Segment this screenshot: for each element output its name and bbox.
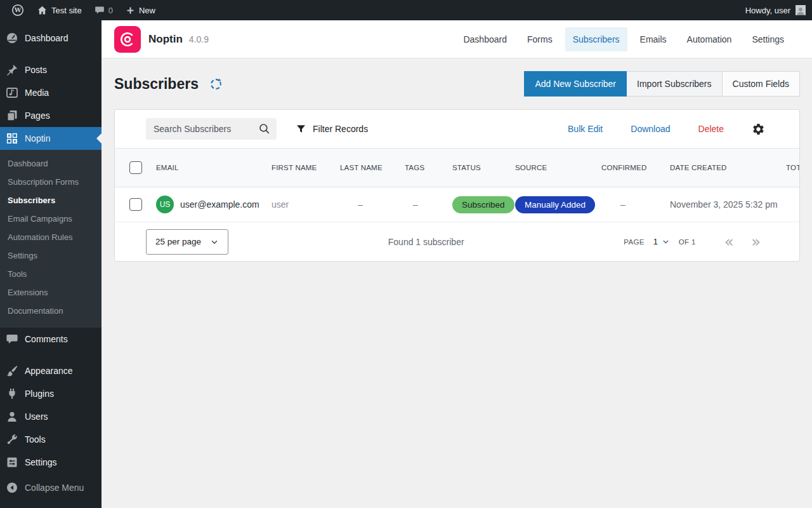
import-subscribers-button[interactable]: Import Subscribers	[627, 71, 722, 97]
wrench-icon	[6, 433, 18, 446]
home-icon	[37, 5, 48, 16]
row-checkbox[interactable]	[129, 198, 142, 211]
comments-bubble[interactable]: 0	[89, 0, 118, 20]
column-header-confirmed[interactable]: CONFIRMED	[601, 164, 670, 171]
sidebar-item-tools[interactable]: Tools	[0, 428, 102, 451]
site-link[interactable]: Test site	[32, 0, 87, 20]
sidebar-item-noptin[interactable]: Noptin	[0, 127, 102, 150]
submenu-item-dashboard[interactable]: Dashboard	[0, 154, 102, 173]
sidebar-item-media[interactable]: Media	[0, 81, 102, 104]
filter-records-button[interactable]: Filter Records	[296, 124, 368, 135]
sidebar-item-dashboard[interactable]: Dashboard	[0, 27, 102, 50]
table-row[interactable]: US user@example.com user – – Subscribed …	[115, 187, 799, 222]
site-name: Test site	[51, 6, 82, 15]
sidebar-item-posts[interactable]: Posts	[0, 58, 102, 81]
sidebar-item-label: Users	[25, 411, 48, 422]
tab-subscribers[interactable]: Subscribers	[565, 27, 627, 51]
subscriber-avatar: US	[156, 196, 174, 213]
collapse-menu-button[interactable]: Collapse Menu	[0, 476, 102, 499]
bulk-edit-link[interactable]: Bulk Edit	[568, 124, 603, 134]
column-header-last-name[interactable]: LAST NAME	[340, 164, 405, 171]
noptin-nav: Dashboard Forms Subscribers Emails Autom…	[455, 27, 792, 51]
user-avatar	[796, 5, 806, 15]
sidebar-item-label: Media	[25, 88, 49, 98]
table-footer: 25 per page Found 1 subscriber PAGE 1	[115, 222, 799, 261]
pages-icon	[6, 109, 18, 122]
noptin-header: Noptin 4.0.9 Dashboard Forms Subscribers…	[102, 20, 812, 58]
media-icon	[6, 86, 18, 99]
column-header-date-created[interactable]: DATE CREATED	[670, 164, 786, 171]
filter-label: Filter Records	[313, 124, 368, 134]
submenu-item-subscription-forms[interactable]: Subscription Forms	[0, 173, 102, 191]
user-icon	[6, 410, 18, 423]
chevron-down-icon	[662, 237, 670, 246]
column-header-tags[interactable]: TAGS	[405, 164, 452, 171]
submenu-item-documentation[interactable]: Documentation	[0, 302, 102, 320]
page-actions: Add New Subscriber Import Subscribers Cu…	[524, 71, 800, 97]
table-toolbar: Filter Records Bulk Edit Download Delete	[115, 110, 799, 148]
comments-count: 0	[108, 6, 113, 15]
next-page-button[interactable]: »	[745, 234, 766, 250]
wp-sidebar-menu: Dashboard Posts Media Pages	[0, 20, 102, 508]
tab-settings[interactable]: Settings	[744, 27, 792, 51]
sidebar-item-plugins[interactable]: Plugins	[0, 382, 102, 405]
subscriber-email[interactable]: user@example.com	[180, 199, 259, 210]
delete-link[interactable]: Delete	[698, 124, 724, 134]
select-all-checkbox[interactable]	[129, 161, 142, 174]
submenu-item-automation-rules[interactable]: Automation Rules	[0, 228, 102, 246]
active-menu-arrow	[96, 133, 102, 144]
tab-automation[interactable]: Automation	[679, 27, 740, 51]
custom-fields-button[interactable]: Custom Fields	[723, 71, 800, 97]
plus-icon	[126, 6, 135, 15]
per-page-select[interactable]: 25 per page	[146, 229, 228, 255]
tab-emails[interactable]: Emails	[632, 27, 674, 51]
search-icon[interactable]	[258, 123, 271, 135]
sidebar-item-settings[interactable]: Settings	[0, 451, 102, 474]
add-new-subscriber-button[interactable]: Add New Subscriber	[524, 71, 627, 97]
page-number-select[interactable]: 1	[651, 237, 672, 246]
tab-forms[interactable]: Forms	[520, 27, 560, 51]
page-title: Subscribers	[114, 76, 199, 93]
chevron-down-icon	[210, 237, 219, 246]
wordpress-logo-icon[interactable]: W	[6, 0, 29, 20]
noptin-logo	[114, 26, 141, 53]
submenu-item-subscribers[interactable]: Subscribers	[0, 191, 102, 210]
filter-funnel-icon	[296, 124, 306, 135]
subscribers-table-card: Filter Records Bulk Edit Download Delete	[114, 109, 800, 262]
submenu-item-extensions[interactable]: Extensions	[0, 283, 102, 302]
column-header-status[interactable]: STATUS	[452, 164, 515, 171]
sidebar-item-label: Tools	[25, 434, 46, 444]
tab-dashboard[interactable]: Dashboard	[455, 27, 514, 51]
sidebar-item-label: Collapse Menu	[25, 483, 84, 493]
column-header-source[interactable]: SOURCE	[515, 164, 601, 171]
sidebar-item-users[interactable]: Users	[0, 405, 102, 428]
submenu-item-email-campaigns[interactable]: Email Campaigns	[0, 210, 102, 228]
pin-icon	[6, 64, 18, 76]
sidebar-item-appearance[interactable]: Appearance	[0, 359, 102, 382]
table-header-row: EMAIL FIRST NAME LAST NAME TAGS STATUS S…	[115, 148, 799, 187]
submenu-item-tools[interactable]: Tools	[0, 265, 102, 283]
column-header-total[interactable]: TOTA	[786, 164, 800, 171]
dashboard-icon	[6, 32, 18, 44]
submenu-item-settings[interactable]: Settings	[0, 246, 102, 265]
brand-name: Noptin	[148, 33, 183, 46]
cell-confirmed: –	[601, 199, 670, 210]
column-header-first-name[interactable]: FIRST NAME	[272, 164, 340, 171]
sidebar-item-comments[interactable]: Comments	[0, 328, 102, 351]
sidebar-item-label: Plugins	[25, 389, 54, 399]
comments-icon	[6, 333, 18, 345]
sidebar-item-label: Posts	[25, 65, 47, 75]
howdy-text: Howdy, user	[745, 6, 790, 15]
svg-text:W: W	[14, 6, 22, 13]
download-link[interactable]: Download	[631, 124, 670, 134]
sidebar-item-label: Dashboard	[25, 33, 69, 43]
search-input[interactable]	[146, 118, 277, 140]
cell-first-name: user	[272, 199, 340, 210]
column-header-email[interactable]: EMAIL	[156, 164, 272, 171]
sidebar-item-pages[interactable]: Pages	[0, 104, 102, 127]
gear-icon[interactable]	[752, 123, 765, 136]
previous-page-button[interactable]: «	[719, 234, 740, 250]
account-menu[interactable]: Howdy, user	[745, 5, 806, 15]
new-content-button[interactable]: New	[121, 0, 160, 20]
brand-version: 4.0.9	[189, 34, 209, 44]
